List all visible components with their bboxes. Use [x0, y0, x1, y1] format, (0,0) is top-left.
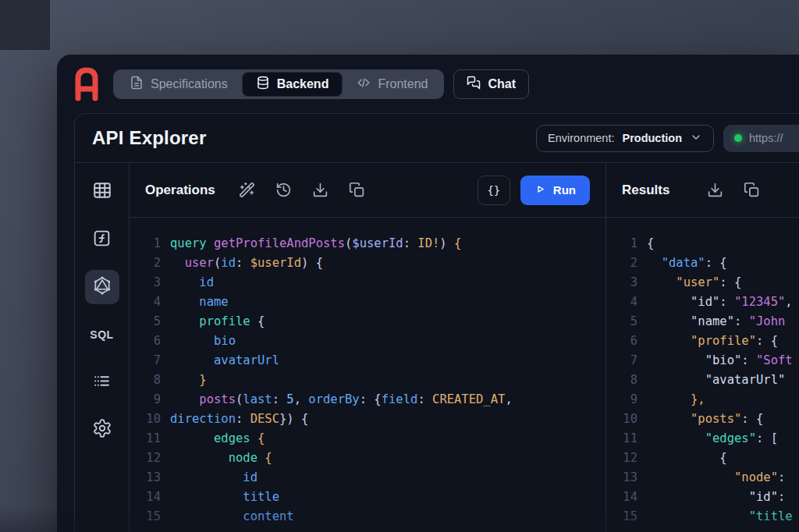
- code-line: 11 edges {: [130, 429, 605, 449]
- line-number: 1: [617, 234, 637, 254]
- run-label: Run: [553, 183, 576, 197]
- tab-backend[interactable]: Backend: [243, 73, 343, 96]
- code-text: profile {: [170, 312, 265, 332]
- line-number: 8: [140, 371, 161, 390]
- results-viewer[interactable]: 1{2 "data": {3 "user": {4 "id": "12345",…: [606, 218, 799, 532]
- code-line: 9 posts(last: 5, orderBy: {field: CREATE…: [130, 390, 605, 410]
- line-number: 6: [140, 332, 161, 351]
- environment-value: Production: [622, 132, 682, 144]
- code-line: 10direction: DESC}) {: [130, 410, 605, 429]
- line-number: 7: [140, 351, 161, 371]
- code-line: 10 "posts": {: [606, 410, 799, 429]
- run-button[interactable]: Run: [520, 176, 590, 205]
- table-icon: [92, 180, 112, 204]
- variables-button[interactable]: {}: [478, 176, 510, 205]
- explorer-header: API Explorer Environment: Production htt…: [75, 114, 799, 163]
- line-number: 13: [140, 468, 161, 488]
- endpoint-url[interactable]: https://: [723, 125, 799, 152]
- chat-icon: [467, 76, 481, 93]
- code-text: "node":: [647, 468, 785, 488]
- code-line: 13 id: [130, 468, 605, 488]
- code-text: query getProfileAndPosts($userId: ID!) {: [170, 234, 461, 254]
- code-line: 8 }: [130, 371, 605, 390]
- tab-specifications[interactable]: Specifications: [116, 73, 241, 96]
- code-text: }: [170, 371, 207, 390]
- code-line: 14 "id":: [606, 488, 799, 507]
- code-line: 4 name: [130, 293, 605, 312]
- function-icon: [92, 229, 112, 251]
- line-number: 2: [617, 254, 637, 273]
- gear-icon: [92, 418, 112, 442]
- code-text: "profile": {: [647, 332, 778, 351]
- line-number: 7: [617, 351, 637, 371]
- code-text: title: [170, 488, 279, 507]
- sidebar-item-graphql[interactable]: [85, 270, 119, 304]
- tab-label: Specifications: [151, 77, 228, 91]
- line-number: 5: [617, 312, 637, 332]
- tab-frontend[interactable]: Frontend: [343, 73, 441, 96]
- code-text: bio: [170, 332, 236, 351]
- tab-label: Backend: [277, 77, 329, 91]
- line-number: 6: [617, 332, 637, 351]
- line-number: 1: [140, 234, 161, 254]
- line-number: 12: [617, 449, 637, 468]
- code-line: 7 "bio": "Soft: [606, 351, 799, 371]
- sidebar-rail: SQL: [75, 163, 130, 532]
- download-icon[interactable]: [707, 182, 723, 198]
- sidebar-item-table[interactable]: [85, 175, 119, 209]
- code-icon: [357, 76, 371, 93]
- code-text: posts(last: 5, orderBy: {field: CREATED_…: [170, 390, 513, 410]
- code-text: name: [170, 293, 229, 312]
- line-number: 12: [140, 449, 161, 468]
- code-text: node {: [170, 449, 272, 468]
- download-icon[interactable]: [312, 182, 328, 198]
- code-text: "bio": "Soft: [647, 351, 793, 371]
- copy-icon[interactable]: [349, 182, 365, 198]
- code-line: 3 "user": {: [606, 273, 799, 293]
- code-line: 12 node {: [130, 449, 605, 468]
- operations-panel: Operations: [130, 163, 605, 532]
- line-number: 14: [140, 488, 161, 507]
- document-icon: [130, 76, 144, 93]
- list-icon: [92, 371, 112, 394]
- play-icon: [534, 183, 546, 197]
- code-line: 5 "name": "John: [606, 312, 799, 332]
- line-number: 5: [140, 312, 161, 332]
- line-number: 8: [617, 371, 637, 390]
- chevron-down-icon: [690, 131, 702, 146]
- code-line: 4 "id": "12345",: [606, 293, 799, 312]
- results-toolbar: Results: [606, 163, 799, 218]
- sidebar-item-settings[interactable]: [85, 413, 119, 447]
- app-logo: [73, 66, 101, 102]
- sidebar-item-list[interactable]: [85, 365, 119, 399]
- line-number: 15: [617, 507, 637, 527]
- query-editor[interactable]: 1query getProfileAndPosts($userId: ID!) …: [130, 218, 605, 532]
- code-line: 15 content: [130, 507, 605, 527]
- line-number: 3: [617, 273, 637, 293]
- code-text: "data": {: [647, 254, 727, 273]
- results-title: Results: [622, 183, 669, 198]
- top-bar: Specifications Backend: [57, 55, 799, 114]
- code-text: user(id: $userId) {: [170, 254, 323, 273]
- code-text: "posts": {: [647, 410, 763, 429]
- background-corner: [0, 0, 50, 50]
- magic-wand-icon[interactable]: [239, 182, 255, 198]
- code-line: 9 },: [606, 390, 799, 410]
- code-line: 8 "avatarUrl": [606, 371, 799, 390]
- code-line: 1query getProfileAndPosts($userId: ID!) …: [130, 234, 605, 254]
- operations-tools: [239, 182, 365, 198]
- copy-icon[interactable]: [744, 182, 760, 198]
- sidebar-item-sql[interactable]: SQL: [85, 317, 119, 352]
- line-number: 9: [140, 390, 161, 410]
- chat-button[interactable]: Chat: [453, 69, 529, 99]
- main-tab-group: Specifications Backend: [113, 69, 444, 99]
- line-number: 2: [140, 254, 161, 273]
- chat-label: Chat: [488, 77, 516, 91]
- environment-select[interactable]: Environment: Production: [536, 125, 714, 152]
- history-icon[interactable]: [275, 182, 292, 198]
- code-line: 14 title: [130, 488, 605, 507]
- code-line: 13 "node":: [606, 468, 799, 488]
- page-title: API Explorer: [92, 127, 206, 149]
- code-line: 6 bio: [130, 332, 605, 351]
- sidebar-item-functions[interactable]: [85, 222, 119, 257]
